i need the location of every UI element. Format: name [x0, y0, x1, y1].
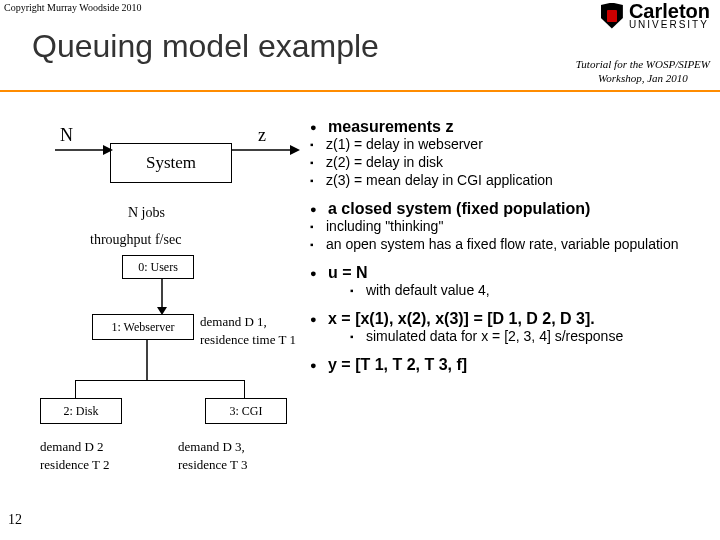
bullet-y-vector: y = [T 1, T 2, T 3, f] [310, 356, 467, 373]
demand-d1: demand D 1, residence time T 1 [200, 313, 296, 348]
sub-open-system: an open system has a fixed flow rate, va… [310, 236, 710, 252]
users-box: 0: Users [122, 255, 194, 279]
demand-d2: demand D 2 residence T 2 [40, 438, 110, 473]
demand-d3: demand D 3, residence T 3 [178, 438, 248, 473]
bullet-panel: measurements z z(1) = delay in webserver… [310, 118, 710, 386]
bullet-measurements: measurements z [310, 118, 453, 135]
sub-default-4: with default value 4, [350, 282, 710, 298]
disk-box: 2: Disk [40, 398, 122, 424]
branch-connector [75, 380, 245, 395]
tagline: Tutorial for the WOSP/SIPEWWorkshop, Jan… [576, 58, 710, 86]
logo-sub: UNIVERSITY [629, 20, 710, 29]
n-jobs-label: N jobs [128, 205, 165, 221]
arrow-down2-icon [140, 340, 154, 382]
bullet-closed-system: a closed system (fixed population) [310, 200, 590, 217]
bullet-x-vector: x = [x(1), x(2), x(3)] = [D 1, D 2, D 3]… [310, 310, 595, 327]
arrow-down-icon [155, 279, 169, 317]
page-title: Queuing model example [32, 28, 379, 65]
sub-z3: z(3) = mean delay in CGI application [310, 172, 710, 188]
sub-z2: z(2) = delay in disk [310, 154, 710, 170]
arrow-out-icon [232, 140, 302, 160]
system-box: System [110, 143, 232, 183]
shield-icon [601, 3, 623, 29]
webserver-box: 1: Webserver [92, 314, 194, 340]
logo-name: Carleton [629, 2, 710, 20]
cgi-box: 3: CGI [205, 398, 287, 424]
sub-simulated-x: simulated data for x = [2, 3, 4] s/respo… [350, 328, 710, 344]
copyright: Copyright Murray Woodside 2010 [4, 2, 142, 13]
sub-z1: z(1) = delay in webserver [310, 136, 710, 152]
title-divider [0, 90, 720, 92]
bullet-u-eq-n: u = N [310, 264, 368, 281]
university-logo: Carleton UNIVERSITY [601, 2, 710, 29]
sub-thinking: including "thinking" [310, 218, 710, 234]
throughput-label: throughput f/sec [90, 232, 181, 248]
arrow-in-icon [55, 140, 115, 160]
slide-number: 12 [8, 512, 22, 528]
svg-marker-3 [290, 145, 300, 155]
